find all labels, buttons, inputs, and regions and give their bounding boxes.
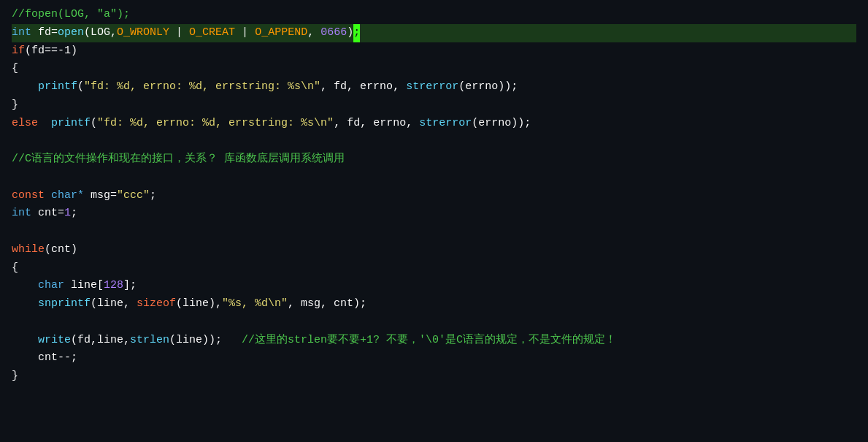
code-line-3: if(fd==-1) <box>12 42 856 61</box>
while-cond: (cnt) <box>45 243 77 256</box>
str-1: "fd: %d, errno: %d, errstring: %s\n" <box>84 80 320 93</box>
paren-open: (LOG, <box>84 26 117 39</box>
macro-wronly: O_WRONLY <box>117 26 169 39</box>
sizeof-arg: (line), <box>176 297 222 310</box>
macro-append: O_APPEND <box>255 26 307 39</box>
code-line-14: while(cnt) <box>12 241 856 259</box>
pipe1: | <box>169 26 189 39</box>
semi-cnt: ; <box>71 207 77 219</box>
brace-close-2: } <box>12 370 18 382</box>
code-line-18 <box>12 313 856 332</box>
code-line-19: write(fd,line,strlen(line)); //这里的strlen… <box>12 332 856 350</box>
semi-msg: ; <box>150 189 156 202</box>
brace-open-2: { <box>12 262 18 274</box>
var-fd: fd= <box>38 26 58 39</box>
func-snprintf: snprintf <box>38 297 91 310</box>
func-strerror-1: strerror <box>406 80 458 93</box>
kw-sizeof: sizeof <box>137 297 176 310</box>
code-line-15: { <box>12 259 856 278</box>
code-line-12: int cnt=1; <box>12 205 856 223</box>
func-open: open <box>58 26 84 39</box>
code-line-6: } <box>12 96 856 115</box>
str-fmt: "%s, %d\n" <box>222 297 288 310</box>
semi-line: ]; <box>123 279 137 292</box>
strlen-arg: (line)); <box>169 334 242 346</box>
comment-1: //fopen(LOG, "a"); <box>12 8 130 20</box>
code-editor: //fopen(LOG, "a"); int fd=open(LOG,O_WRO… <box>0 0 868 442</box>
code-line-17: snprintf(line, sizeof(line),"%s, %d\n", … <box>12 295 856 313</box>
printf-paren-2: ( <box>91 117 97 129</box>
else-space <box>38 117 51 129</box>
printf-args-1: , fd, errno, <box>320 80 406 93</box>
func-strerror-2: strerror <box>419 117 472 129</box>
var-msg: msg= <box>84 189 117 202</box>
brace-open-1: { <box>12 62 18 75</box>
func-printf-2: printf <box>51 117 91 129</box>
code-line-13 <box>12 223 856 241</box>
printf-paren-1: ( <box>77 80 84 93</box>
brace-close-1: } <box>12 99 18 111</box>
comment-strlen: //这里的strlen要不要+1? 不要，'\0'是C语言的规定，不是文件的规定… <box>242 334 616 346</box>
str-2: "fd: %d, errno: %d, errstring: %s\n" <box>97 117 334 129</box>
comma-mode: , <box>307 26 320 39</box>
strerror-args-1: (errno)); <box>458 80 518 93</box>
printf-args-2: , fd, errno, <box>334 117 419 129</box>
type-char-line: char <box>38 279 64 292</box>
code-line-11: const char* msg="ccc"; <box>12 187 856 205</box>
macro-creat: O_CREAT <box>189 26 235 39</box>
type-char-ptr: char* <box>51 189 84 202</box>
kw-while: while <box>12 243 45 256</box>
kw-else: else <box>12 117 38 129</box>
code-line-8 <box>12 132 856 150</box>
code-line-16: char line[128]; <box>12 277 856 295</box>
type-int-cnt: int <box>12 207 31 219</box>
if-cond: (fd==-1) <box>25 45 77 57</box>
func-printf-1: printf <box>38 80 77 93</box>
strerror-args-2: (errno)); <box>472 117 531 129</box>
code-line-4: { <box>12 60 856 78</box>
paren-close: ) <box>347 26 353 39</box>
cursor: ; <box>353 24 360 42</box>
stmt-cnt-dec: cnt--; <box>38 351 77 364</box>
snprintf-paren: (line, <box>91 297 137 310</box>
kw-const: const <box>12 189 45 202</box>
code-line-9: //C语言的文件操作和现在的接口，关系？ 库函数底层调用系统调用 <box>12 150 856 169</box>
num-128: 128 <box>104 279 123 292</box>
num-0666: 0666 <box>320 26 347 39</box>
snprintf-args: , msg, cnt); <box>288 297 366 310</box>
var-line: line[ <box>64 279 104 292</box>
write-args: (fd,line, <box>71 334 130 346</box>
comment-chinese: //C语言的文件操作和现在的接口，关系？ 库函数底层调用系统调用 <box>12 153 345 165</box>
str-ccc: "ccc" <box>117 189 150 202</box>
pipe2: | <box>235 26 255 39</box>
space-const <box>45 189 51 202</box>
keyword-int: int <box>12 26 38 39</box>
var-cnt: cnt= <box>31 207 64 219</box>
code-line-20: cnt--; <box>12 349 856 367</box>
num-1: 1 <box>64 207 71 219</box>
func-write: write <box>38 334 71 346</box>
code-line-21: } <box>12 367 856 386</box>
code-line-5: printf("fd: %d, errno: %d, errstring: %s… <box>12 78 856 96</box>
code-line-10 <box>12 169 856 187</box>
code-line-7: else printf("fd: %d, errno: %d, errstrin… <box>12 115 856 133</box>
kw-if: if <box>12 45 25 57</box>
func-strlen: strlen <box>130 334 169 346</box>
code-line-2: int fd=open(LOG,O_WRONLY | O_CREAT | O_A… <box>12 24 856 42</box>
code-line-1: //fopen(LOG, "a"); <box>12 6 856 24</box>
